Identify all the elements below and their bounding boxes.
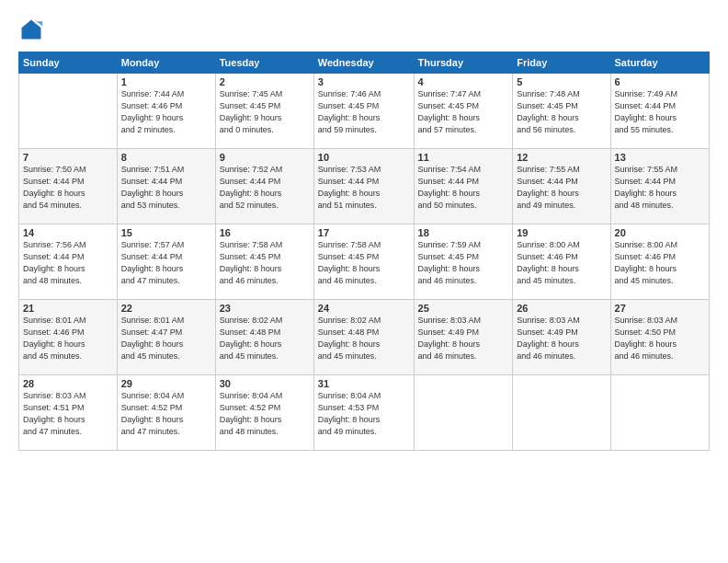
day-detail: Sunrise: 8:03 AMSunset: 4:51 PMDaylight:… xyxy=(23,390,113,438)
day-number: 27 xyxy=(615,303,705,314)
day-cell: 7Sunrise: 7:50 AMSunset: 4:44 PMDaylight… xyxy=(19,149,118,224)
day-detail: Sunrise: 7:58 AMSunset: 4:45 PMDaylight:… xyxy=(318,239,410,287)
day-cell: 14Sunrise: 7:56 AMSunset: 4:44 PMDayligh… xyxy=(19,224,118,300)
day-number: 8 xyxy=(121,152,211,163)
calendar-body: 1Sunrise: 7:44 AMSunset: 4:46 PMDaylight… xyxy=(19,74,710,451)
header-cell-thursday: Thursday xyxy=(414,52,513,74)
day-detail: Sunrise: 7:46 AMSunset: 4:45 PMDaylight:… xyxy=(318,88,410,136)
day-cell: 21Sunrise: 8:01 AMSunset: 4:46 PMDayligh… xyxy=(19,300,118,375)
day-detail: Sunrise: 7:51 AMSunset: 4:44 PMDaylight:… xyxy=(121,164,211,212)
day-number: 11 xyxy=(418,152,509,163)
day-detail: Sunrise: 8:03 AMSunset: 4:49 PMDaylight:… xyxy=(418,315,509,362)
day-cell: 8Sunrise: 7:51 AMSunset: 4:44 PMDaylight… xyxy=(117,149,215,224)
day-cell: 18Sunrise: 7:59 AMSunset: 4:45 PMDayligh… xyxy=(414,224,513,300)
day-detail: Sunrise: 8:02 AMSunset: 4:48 PMDaylight:… xyxy=(220,315,310,362)
day-number: 7 xyxy=(23,152,113,163)
day-cell: 9Sunrise: 7:52 AMSunset: 4:44 PMDaylight… xyxy=(215,149,313,224)
logo-icon xyxy=(18,17,44,42)
day-detail: Sunrise: 7:58 AMSunset: 4:45 PMDaylight:… xyxy=(220,239,310,287)
day-detail: Sunrise: 7:49 AMSunset: 4:44 PMDaylight:… xyxy=(615,88,705,136)
day-cell: 19Sunrise: 8:00 AMSunset: 4:46 PMDayligh… xyxy=(513,224,610,300)
day-cell: 31Sunrise: 8:04 AMSunset: 4:53 PMDayligh… xyxy=(313,375,414,451)
week-row-4: 21Sunrise: 8:01 AMSunset: 4:46 PMDayligh… xyxy=(19,300,710,375)
day-number: 2 xyxy=(220,76,310,87)
day-detail: Sunrise: 8:00 AMSunset: 4:46 PMDaylight:… xyxy=(517,239,606,287)
header-row: SundayMondayTuesdayWednesdayThursdayFrid… xyxy=(19,52,710,74)
day-cell xyxy=(414,375,513,451)
day-cell: 15Sunrise: 7:57 AMSunset: 4:44 PMDayligh… xyxy=(117,224,215,300)
day-number: 23 xyxy=(220,303,310,314)
day-cell: 25Sunrise: 8:03 AMSunset: 4:49 PMDayligh… xyxy=(414,300,513,375)
logo xyxy=(18,17,48,42)
day-cell: 20Sunrise: 8:00 AMSunset: 4:46 PMDayligh… xyxy=(610,224,709,300)
day-cell: 10Sunrise: 7:53 AMSunset: 4:44 PMDayligh… xyxy=(313,149,414,224)
day-cell: 16Sunrise: 7:58 AMSunset: 4:45 PMDayligh… xyxy=(215,224,313,300)
day-detail: Sunrise: 8:01 AMSunset: 4:47 PMDaylight:… xyxy=(121,315,211,362)
day-cell: 24Sunrise: 8:02 AMSunset: 4:48 PMDayligh… xyxy=(313,300,414,375)
day-number: 10 xyxy=(318,152,410,163)
day-number: 5 xyxy=(517,76,606,87)
day-number: 17 xyxy=(318,227,410,238)
day-number: 29 xyxy=(121,378,211,389)
day-detail: Sunrise: 8:04 AMSunset: 4:52 PMDaylight:… xyxy=(121,390,211,438)
week-row-1: 1Sunrise: 7:44 AMSunset: 4:46 PMDaylight… xyxy=(19,74,710,149)
day-number: 30 xyxy=(220,378,310,389)
day-detail: Sunrise: 8:03 AMSunset: 4:50 PMDaylight:… xyxy=(615,315,705,362)
day-detail: Sunrise: 7:59 AMSunset: 4:45 PMDaylight:… xyxy=(418,239,509,287)
day-cell: 2Sunrise: 7:45 AMSunset: 4:45 PMDaylight… xyxy=(215,74,313,149)
day-detail: Sunrise: 7:50 AMSunset: 4:44 PMDaylight:… xyxy=(23,164,113,212)
day-number: 20 xyxy=(615,227,705,238)
day-cell xyxy=(610,375,709,451)
day-cell: 13Sunrise: 7:55 AMSunset: 4:44 PMDayligh… xyxy=(610,149,709,224)
day-detail: Sunrise: 8:03 AMSunset: 4:49 PMDaylight:… xyxy=(517,315,606,362)
header-cell-monday: Monday xyxy=(117,52,215,74)
day-cell: 12Sunrise: 7:55 AMSunset: 4:44 PMDayligh… xyxy=(513,149,610,224)
day-cell: 22Sunrise: 8:01 AMSunset: 4:47 PMDayligh… xyxy=(117,300,215,375)
day-number: 4 xyxy=(418,76,509,87)
day-cell: 6Sunrise: 7:49 AMSunset: 4:44 PMDaylight… xyxy=(610,74,709,149)
day-number: 15 xyxy=(121,227,211,238)
day-number: 26 xyxy=(517,303,606,314)
day-detail: Sunrise: 7:44 AMSunset: 4:46 PMDaylight:… xyxy=(121,88,211,136)
day-number: 21 xyxy=(23,303,113,314)
header-cell-sunday: Sunday xyxy=(19,52,118,74)
header-cell-saturday: Saturday xyxy=(610,52,709,74)
header xyxy=(18,17,710,42)
day-number: 16 xyxy=(220,227,310,238)
header-cell-friday: Friday xyxy=(513,52,610,74)
day-cell: 17Sunrise: 7:58 AMSunset: 4:45 PMDayligh… xyxy=(313,224,414,300)
day-cell: 28Sunrise: 8:03 AMSunset: 4:51 PMDayligh… xyxy=(19,375,118,451)
day-number: 14 xyxy=(23,227,113,238)
day-cell: 30Sunrise: 8:04 AMSunset: 4:52 PMDayligh… xyxy=(215,375,313,451)
day-number: 24 xyxy=(318,303,410,314)
day-detail: Sunrise: 7:57 AMSunset: 4:44 PMDaylight:… xyxy=(121,239,211,287)
day-number: 13 xyxy=(615,152,705,163)
day-cell: 5Sunrise: 7:48 AMSunset: 4:45 PMDaylight… xyxy=(513,74,610,149)
day-cell: 3Sunrise: 7:46 AMSunset: 4:45 PMDaylight… xyxy=(313,74,414,149)
day-number: 9 xyxy=(220,152,310,163)
day-number: 25 xyxy=(418,303,509,314)
day-detail: Sunrise: 7:45 AMSunset: 4:45 PMDaylight:… xyxy=(220,88,310,136)
day-detail: Sunrise: 7:55 AMSunset: 4:44 PMDaylight:… xyxy=(517,164,606,212)
day-detail: Sunrise: 8:01 AMSunset: 4:46 PMDaylight:… xyxy=(23,315,113,362)
week-row-2: 7Sunrise: 7:50 AMSunset: 4:44 PMDaylight… xyxy=(19,149,710,224)
day-number: 18 xyxy=(418,227,509,238)
day-cell: 4Sunrise: 7:47 AMSunset: 4:45 PMDaylight… xyxy=(414,74,513,149)
day-detail: Sunrise: 8:04 AMSunset: 4:52 PMDaylight:… xyxy=(220,390,310,438)
day-cell xyxy=(19,74,118,149)
day-cell: 11Sunrise: 7:54 AMSunset: 4:44 PMDayligh… xyxy=(414,149,513,224)
day-cell xyxy=(513,375,610,451)
day-cell: 27Sunrise: 8:03 AMSunset: 4:50 PMDayligh… xyxy=(610,300,709,375)
day-number: 12 xyxy=(517,152,606,163)
day-detail: Sunrise: 8:04 AMSunset: 4:53 PMDaylight:… xyxy=(318,390,410,438)
day-detail: Sunrise: 7:52 AMSunset: 4:44 PMDaylight:… xyxy=(220,164,310,212)
day-detail: Sunrise: 8:02 AMSunset: 4:48 PMDaylight:… xyxy=(318,315,410,362)
day-number: 3 xyxy=(318,76,410,87)
day-detail: Sunrise: 7:55 AMSunset: 4:44 PMDaylight:… xyxy=(615,164,705,212)
day-detail: Sunrise: 7:56 AMSunset: 4:44 PMDaylight:… xyxy=(23,239,113,287)
day-number: 6 xyxy=(615,76,705,87)
day-number: 28 xyxy=(23,378,113,389)
day-detail: Sunrise: 7:48 AMSunset: 4:45 PMDaylight:… xyxy=(517,88,606,136)
page: SundayMondayTuesdayWednesdayThursdayFrid… xyxy=(0,0,728,563)
day-number: 22 xyxy=(121,303,211,314)
